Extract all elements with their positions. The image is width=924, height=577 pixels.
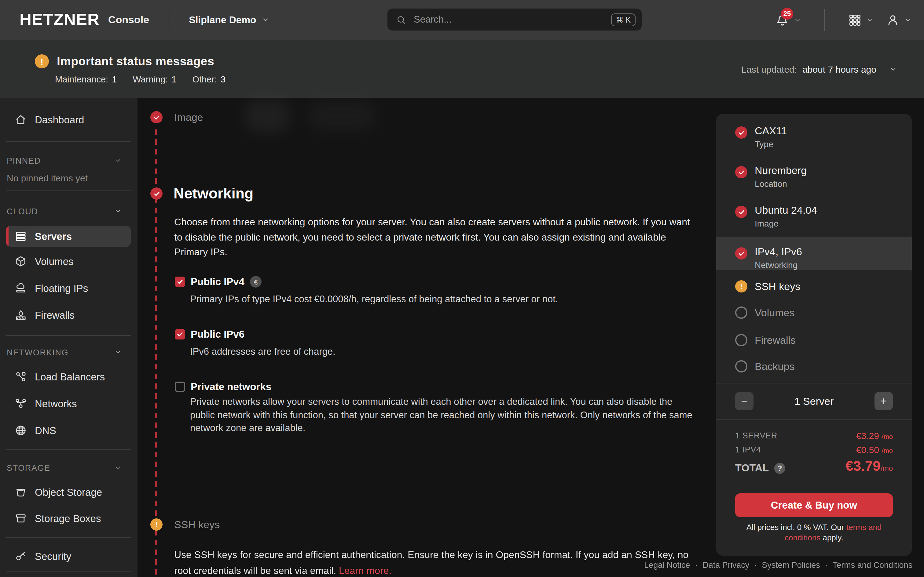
search-input[interactable]	[412, 13, 611, 26]
sidebar-item-label: Object Storage	[35, 486, 102, 498]
public-ipv6-checkbox-row[interactable]: Public IPv6	[175, 329, 244, 340]
divider	[716, 383, 912, 384]
summary-step-backups[interactable]: Backups	[716, 360, 912, 379]
summary-step-volumes[interactable]: Volumes	[716, 306, 912, 325]
private-networks-checkbox-row[interactable]: Private networks	[175, 381, 271, 393]
step-label: Image	[755, 219, 779, 228]
notifications-button[interactable]: 25	[775, 13, 801, 27]
status-message-bar: ! Important status messages Maintenance:…	[0, 40, 924, 98]
other-count: 3	[221, 74, 226, 84]
sidebar-item-dns[interactable]: DNS	[0, 420, 137, 441]
create-buy-button[interactable]: Create & Buy now	[735, 493, 893, 517]
firewall-icon	[15, 309, 27, 321]
sidebar-item-load-balancers[interactable]: Load Balancers	[0, 366, 137, 387]
last-updated-dropdown[interactable]: Last updated: about 7 hours ago	[741, 64, 897, 74]
sidebar-item-object-storage[interactable]: Object Storage	[0, 482, 137, 503]
total-unit: /mo	[880, 464, 893, 472]
chevron-down-icon	[114, 208, 122, 215]
apps-menu-button[interactable]	[848, 13, 874, 27]
checkbox-checked-icon[interactable]	[175, 329, 185, 340]
chevron-down-icon	[889, 65, 897, 73]
last-updated-label: Last updated:	[741, 64, 797, 74]
data-privacy-link[interactable]: Data Privacy	[703, 561, 749, 570]
group-label: NETWORKING	[7, 348, 68, 357]
top-bar: HETZNER Console Sliplane Demo ⌘ K 25	[0, 0, 924, 40]
sidebar-item-dashboard[interactable]: Dashboard	[0, 109, 137, 130]
search-bar[interactable]: ⌘ K	[388, 8, 642, 31]
private-networks-description: Private networks allow your servers to c…	[190, 395, 695, 434]
ssh-description: Use SSH keys for secure and efficient au…	[174, 547, 707, 577]
sidebar-item-volumes[interactable]: Volumes	[0, 251, 137, 272]
sidebar-group-pinned[interactable]: PINNED	[7, 155, 122, 167]
step-value: CAX11	[755, 125, 787, 137]
divider	[824, 9, 825, 31]
floating-ip-icon	[15, 282, 27, 294]
sidebar-group-cloud[interactable]: CLOUD	[7, 205, 122, 218]
check-icon	[735, 247, 747, 259]
legal-notice-link[interactable]: Legal Notice	[644, 561, 690, 570]
chevron-down-icon	[262, 16, 270, 24]
divider	[6, 335, 131, 336]
terms-and-conditions-link[interactable]: Terms and Conditions	[833, 561, 913, 570]
learn-more-link[interactable]: Learn more.	[339, 565, 392, 575]
checkbox-checked-icon[interactable]	[175, 277, 185, 287]
chevron-down-icon	[114, 157, 122, 164]
maintenance-label: Maintenance:	[55, 74, 108, 84]
sidebar-item-label: Servers	[35, 230, 72, 242]
footer-links: Legal Notice · Data Privacy · System Pol…	[644, 561, 913, 570]
help-icon[interactable]: ?	[774, 463, 785, 474]
key-icon	[15, 550, 27, 562]
public-ipv4-checkbox-row[interactable]: Public IPv4 €	[175, 276, 262, 288]
vat-note-text: All prices incl. 0 % VAT. Our	[746, 523, 844, 532]
increase-server-count-button[interactable]: +	[874, 392, 893, 410]
total-amount: €3.79	[845, 458, 880, 474]
summary-step-networking[interactable]: IPv4, IPv6 Networking	[716, 246, 912, 280]
sidebar-item-networks[interactable]: Networks	[0, 393, 137, 414]
check-icon	[735, 206, 747, 218]
last-updated-value: about 7 hours ago	[802, 64, 876, 74]
sidebar-item-security[interactable]: Security	[0, 546, 137, 567]
price-unit: /mo	[882, 447, 893, 454]
summary-step-firewalls[interactable]: Firewalls	[716, 334, 912, 352]
chevron-down-icon	[114, 349, 122, 356]
group-label: PINNED	[7, 156, 41, 165]
warning-icon: !	[35, 54, 49, 68]
image-section-title: Image	[174, 112, 203, 124]
summary-step-type[interactable]: CAX11 Type	[716, 125, 912, 160]
empty-circle-icon	[735, 360, 747, 372]
pinned-empty-text: No pinned items yet	[7, 173, 88, 183]
hetzner-console: HETZNER Console Sliplane Demo ⌘ K 25	[0, 0, 924, 577]
system-policies-link[interactable]: System Policies	[762, 561, 820, 570]
sidebar-item-floating-ips[interactable]: Floating IPs	[0, 278, 137, 298]
warning-label: Warning:	[132, 74, 168, 84]
sidebar-item-storage-boxes[interactable]: Storage Boxes	[0, 508, 137, 529]
total-price: €3.79/mo	[845, 458, 893, 474]
summary-step-location[interactable]: Nuremberg Location	[716, 165, 912, 199]
private-networks-label: Private networks	[191, 381, 271, 393]
sidebar-item-servers[interactable]: Servers	[6, 226, 131, 247]
image-step-check-icon	[150, 111, 163, 123]
console-label: Console	[108, 14, 149, 26]
public-ipv6-label: Public IPv6	[191, 329, 244, 340]
storage-box-icon	[15, 512, 27, 524]
sidebar-item-label: Networks	[35, 398, 77, 409]
sidebar-group-networking[interactable]: NETWORKING	[7, 346, 122, 358]
account-menu-button[interactable]	[886, 13, 912, 27]
hetzner-logo[interactable]: HETZNER	[19, 10, 100, 29]
user-icon	[886, 13, 900, 27]
chevron-down-icon	[114, 464, 122, 471]
check-icon	[735, 126, 747, 139]
summary-step-ssh-keys[interactable]: ! SSH keys	[716, 280, 912, 298]
summary-step-image[interactable]: Ubuntu 24.04 Image	[716, 205, 912, 239]
divider	[6, 537, 131, 538]
sidebar-item-label: Security	[35, 550, 71, 562]
search-shortcut-badge: ⌘ K	[611, 13, 636, 26]
sidebar-group-storage[interactable]: STORAGE	[7, 462, 122, 474]
sidebar-item-label: Firewalls	[35, 309, 74, 321]
price-row-value: €0.50 /mo	[856, 445, 893, 455]
project-selector[interactable]: Sliplane Demo	[189, 15, 270, 25]
checkbox-unchecked-icon[interactable]	[175, 382, 185, 392]
step-value: Ubuntu 24.04	[755, 205, 817, 217]
sidebar-item-firewalls[interactable]: Firewalls	[0, 305, 137, 326]
empty-circle-icon	[735, 306, 747, 319]
